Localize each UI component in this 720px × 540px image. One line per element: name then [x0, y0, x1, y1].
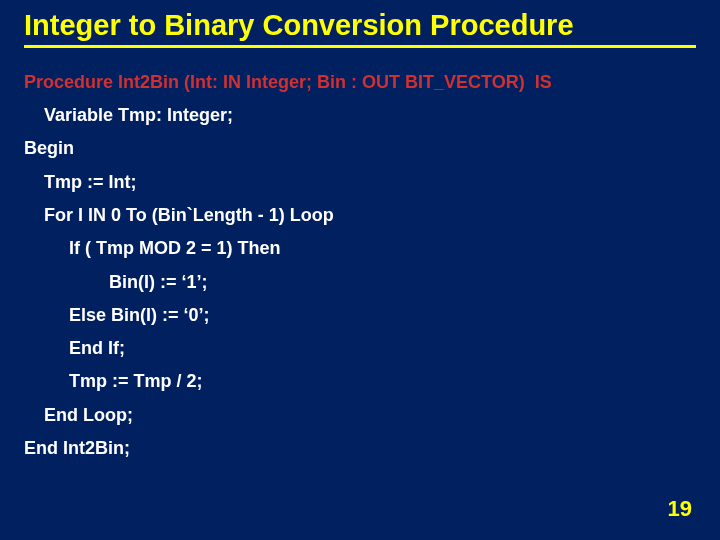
- code-line: Tmp := Int;: [24, 166, 696, 199]
- code-line: Else Bin(I) := ‘0’;: [24, 299, 696, 332]
- code-line: End Loop;: [24, 399, 696, 432]
- code-line: For I IN 0 To (Bin`Length - 1) Loop: [24, 199, 696, 232]
- page-number: 19: [668, 496, 692, 522]
- code-block: Procedure Int2Bin (Int: IN Integer; Bin …: [24, 66, 696, 466]
- code-line: Begin: [24, 132, 696, 165]
- slide-title: Integer to Binary Conversion Procedure: [24, 8, 696, 48]
- code-line: Variable Tmp: Integer;: [24, 99, 696, 132]
- code-line: Bin(I) := ‘1’;: [24, 266, 696, 299]
- code-line: Tmp := Tmp / 2;: [24, 365, 696, 398]
- code-line: End Int2Bin;: [24, 432, 696, 465]
- code-line: If ( Tmp MOD 2 = 1) Then: [24, 232, 696, 265]
- code-line: Procedure Int2Bin (Int: IN Integer; Bin …: [24, 66, 696, 99]
- code-line: End If;: [24, 332, 696, 365]
